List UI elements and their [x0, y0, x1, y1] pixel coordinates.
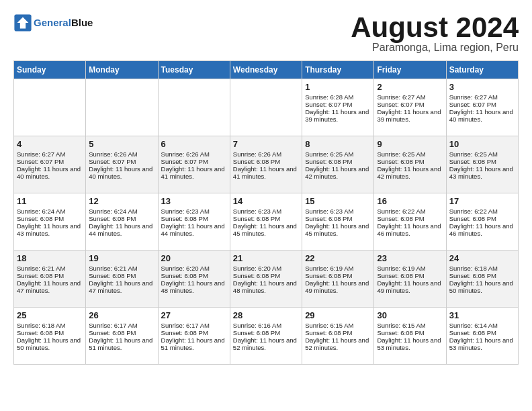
day-info: Sunset: 6:08 PM	[233, 329, 299, 336]
calendar-cell: 24Sunrise: 6:18 AMSunset: 6:08 PMDayligh…	[446, 250, 518, 308]
day-info: Sunset: 6:07 PM	[17, 158, 83, 165]
day-info: Sunrise: 6:14 AM	[449, 322, 515, 329]
day-number: 29	[305, 310, 371, 320]
calendar-cell: 30Sunrise: 6:15 AMSunset: 6:08 PMDayligh…	[374, 308, 446, 365]
day-number: 23	[377, 253, 443, 263]
day-info: Daylight: 11 hours and 46 minutes.	[449, 222, 515, 237]
calendar-cell: 15Sunrise: 6:23 AMSunset: 6:08 PMDayligh…	[302, 193, 374, 250]
day-info: Daylight: 11 hours and 47 minutes.	[89, 279, 154, 294]
day-number: 14	[233, 196, 299, 206]
calendar-cell: 21Sunrise: 6:20 AMSunset: 6:08 PMDayligh…	[230, 250, 302, 308]
calendar-cell: 16Sunrise: 6:22 AMSunset: 6:08 PMDayligh…	[374, 193, 446, 250]
day-number: 30	[377, 310, 443, 320]
day-info: Daylight: 11 hours and 42 minutes.	[305, 165, 371, 180]
day-info: Sunset: 6:08 PM	[89, 215, 154, 222]
calendar-cell: 8Sunrise: 6:25 AMSunset: 6:08 PMDaylight…	[302, 136, 374, 193]
day-info: Sunset: 6:07 PM	[305, 101, 371, 108]
day-info: Sunset: 6:08 PM	[449, 329, 515, 336]
calendar-week-5: 25Sunrise: 6:18 AMSunset: 6:08 PMDayligh…	[14, 308, 519, 365]
calendar-cell	[158, 79, 230, 136]
day-number: 31	[449, 310, 515, 320]
day-number: 2	[377, 82, 443, 92]
day-info: Daylight: 11 hours and 46 minutes.	[377, 222, 443, 237]
day-info: Daylight: 11 hours and 53 minutes.	[377, 336, 443, 351]
day-info: Sunset: 6:08 PM	[161, 329, 227, 336]
day-info: Sunset: 6:08 PM	[17, 329, 83, 336]
day-info: Sunset: 6:08 PM	[305, 158, 371, 165]
day-number: 22	[305, 253, 371, 263]
day-number: 15	[305, 196, 371, 206]
day-info: Daylight: 11 hours and 42 minutes.	[377, 165, 443, 180]
day-info: Sunrise: 6:23 AM	[233, 208, 299, 215]
day-info: Sunrise: 6:15 AM	[377, 322, 443, 329]
day-info: Sunrise: 6:18 AM	[449, 265, 515, 272]
day-info: Sunrise: 6:21 AM	[17, 265, 83, 272]
day-info: Sunset: 6:08 PM	[161, 272, 227, 279]
day-number: 8	[305, 139, 371, 149]
day-info: Daylight: 11 hours and 45 minutes.	[305, 222, 371, 237]
day-info: Sunrise: 6:28 AM	[305, 93, 371, 101]
day-number: 17	[449, 196, 515, 206]
day-info: Sunset: 6:08 PM	[17, 272, 83, 279]
calendar-cell: 6Sunrise: 6:26 AMSunset: 6:07 PMDaylight…	[158, 136, 230, 193]
calendar-cell: 2Sunrise: 6:27 AMSunset: 6:07 PMDaylight…	[374, 79, 446, 136]
day-number: 6	[161, 139, 227, 149]
day-info: Daylight: 11 hours and 40 minutes.	[449, 108, 515, 123]
day-info: Sunset: 6:08 PM	[233, 215, 299, 222]
calendar-cell: 1Sunrise: 6:28 AMSunset: 6:07 PMDaylight…	[302, 79, 374, 136]
day-header-friday: Friday	[374, 61, 446, 79]
day-number: 1	[305, 82, 371, 92]
calendar-cell	[86, 79, 158, 136]
day-number: 19	[89, 253, 154, 263]
day-info: Sunrise: 6:26 AM	[161, 150, 227, 158]
day-info: Sunrise: 6:19 AM	[305, 265, 371, 272]
month-title: August 2024	[351, 13, 519, 42]
calendar-cell: 14Sunrise: 6:23 AMSunset: 6:08 PMDayligh…	[230, 193, 302, 250]
day-info: Sunset: 6:08 PM	[89, 329, 154, 336]
day-info: Sunrise: 6:23 AM	[161, 208, 227, 215]
logo-icon	[13, 13, 32, 32]
calendar-cell: 7Sunrise: 6:26 AMSunset: 6:08 PMDaylight…	[230, 136, 302, 193]
calendar-header-row: SundayMondayTuesdayWednesdayThursdayFrid…	[14, 61, 519, 79]
day-info: Daylight: 11 hours and 48 minutes.	[161, 279, 227, 294]
day-info: Daylight: 11 hours and 47 minutes.	[17, 279, 83, 294]
day-info: Sunset: 6:08 PM	[305, 329, 371, 336]
calendar-cell: 25Sunrise: 6:18 AMSunset: 6:08 PMDayligh…	[14, 308, 86, 365]
day-info: Daylight: 11 hours and 51 minutes.	[89, 336, 154, 351]
day-number: 12	[89, 196, 154, 206]
day-info: Sunset: 6:08 PM	[377, 272, 443, 279]
day-info: Sunrise: 6:22 AM	[377, 208, 443, 215]
day-number: 11	[17, 196, 83, 206]
day-info: Sunset: 6:08 PM	[449, 272, 515, 279]
day-header-monday: Monday	[86, 61, 158, 79]
day-info: Daylight: 11 hours and 39 minutes.	[305, 108, 371, 123]
day-info: Sunrise: 6:19 AM	[377, 265, 443, 272]
day-number: 7	[233, 139, 299, 149]
day-info: Sunrise: 6:23 AM	[305, 208, 371, 215]
calendar-cell	[230, 79, 302, 136]
calendar-week-2: 4Sunrise: 6:27 AMSunset: 6:07 PMDaylight…	[14, 136, 519, 193]
day-info: Daylight: 11 hours and 52 minutes.	[233, 336, 299, 351]
calendar-cell: 5Sunrise: 6:26 AMSunset: 6:07 PMDaylight…	[86, 136, 158, 193]
day-info: Sunrise: 6:25 AM	[449, 150, 515, 158]
calendar-cell: 10Sunrise: 6:25 AMSunset: 6:08 PMDayligh…	[446, 136, 518, 193]
calendar-week-1: 1Sunrise: 6:28 AMSunset: 6:07 PMDaylight…	[14, 79, 519, 136]
day-info: Sunset: 6:08 PM	[377, 158, 443, 165]
calendar-cell: 26Sunrise: 6:17 AMSunset: 6:08 PMDayligh…	[86, 308, 158, 365]
day-info: Sunset: 6:07 PM	[377, 101, 443, 108]
day-info: Sunrise: 6:24 AM	[89, 208, 154, 215]
day-info: Daylight: 11 hours and 40 minutes.	[17, 165, 83, 180]
day-info: Sunset: 6:08 PM	[377, 215, 443, 222]
day-number: 28	[233, 310, 299, 320]
day-info: Sunset: 6:08 PM	[305, 215, 371, 222]
calendar-cell: 27Sunrise: 6:17 AMSunset: 6:08 PMDayligh…	[158, 308, 230, 365]
day-info: Sunrise: 6:17 AM	[89, 322, 154, 329]
calendar-cell: 13Sunrise: 6:23 AMSunset: 6:08 PMDayligh…	[158, 193, 230, 250]
day-header-thursday: Thursday	[302, 61, 374, 79]
calendar-cell: 23Sunrise: 6:19 AMSunset: 6:08 PMDayligh…	[374, 250, 446, 308]
page-header: GeneralBlue August 2024 Paramonga, Lima …	[13, 13, 519, 54]
day-info: Sunset: 6:08 PM	[233, 272, 299, 279]
day-number: 3	[449, 82, 515, 92]
calendar-cell: 18Sunrise: 6:21 AMSunset: 6:08 PMDayligh…	[14, 250, 86, 308]
day-number: 21	[233, 253, 299, 263]
